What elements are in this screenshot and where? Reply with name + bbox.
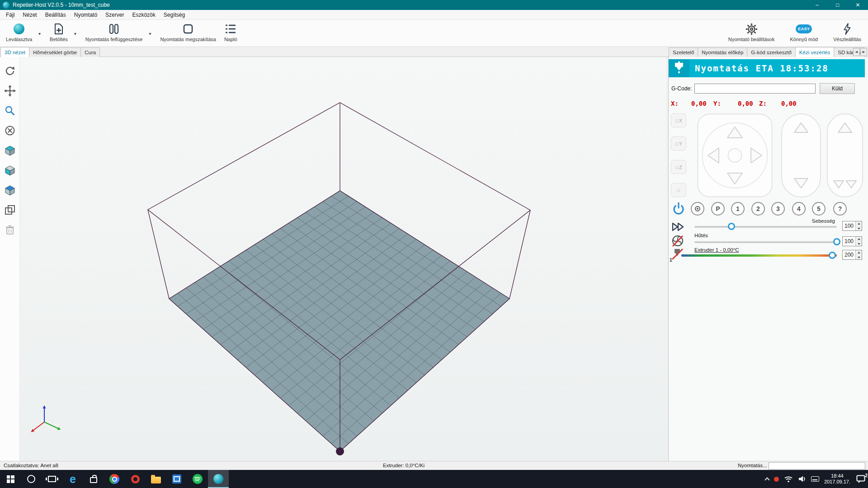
- home-y-button[interactable]: ⌂Y: [671, 136, 686, 150]
- park-button[interactable]: P: [711, 202, 725, 216]
- tab-scroll-left-button[interactable]: ◀: [853, 48, 860, 56]
- z-down-button[interactable]: [793, 177, 809, 189]
- printer-settings-button[interactable]: Nyomtató beállítások: [724, 20, 779, 47]
- fan-slider-thumb[interactable]: [833, 238, 840, 245]
- preset-5-button[interactable]: 5: [812, 202, 826, 216]
- home-icon: ⌂: [675, 117, 679, 124]
- z-jog-control: [781, 113, 821, 197]
- extruder-temp-slider[interactable]: [681, 254, 837, 257]
- isometric-view-button[interactable]: [1, 142, 19, 159]
- search-icon: [27, 475, 35, 483]
- close-button[interactable]: ✕: [848, 0, 868, 10]
- menu-file[interactable]: Fájl: [2, 10, 19, 20]
- speed-slider-thumb[interactable]: [728, 223, 735, 230]
- taskbar-app-chrome[interactable]: [104, 470, 125, 488]
- tab-temperature-curve[interactable]: Hőmérséklet görbe: [29, 47, 81, 57]
- tab-gcode-editor[interactable]: G-kód szerkesztő: [747, 47, 795, 57]
- minimize-button[interactable]: –: [807, 0, 827, 10]
- home-z-button[interactable]: ⌂Z: [671, 160, 686, 174]
- fan-value-field[interactable]: 100: [842, 236, 862, 246]
- menu-printer[interactable]: Nyomtató: [70, 10, 101, 20]
- tab-3d-view[interactable]: 3D nézet: [0, 47, 29, 57]
- disconnect-dropdown[interactable]: ▾: [36, 20, 43, 47]
- toolbar-right-group: Nyomtató beállítások EASY Könnyű mód Vés…: [724, 20, 865, 47]
- tab-cura[interactable]: Cura: [80, 47, 100, 57]
- taskbar-clock[interactable]: 18:44 2017.09.17.: [824, 473, 850, 485]
- menu-tools[interactable]: Eszközök: [128, 10, 159, 20]
- gcode-input[interactable]: [694, 84, 816, 94]
- tab-print-preview[interactable]: Nyomtatás előkép: [698, 47, 747, 57]
- xy-jog-pad[interactable]: [697, 113, 773, 197]
- title-bar: Repetier-Host V2.0.5 - 10mm_test_cube – …: [0, 0, 868, 10]
- maximize-button[interactable]: □: [827, 0, 848, 10]
- extruder-slider-thumb[interactable]: [829, 252, 836, 259]
- preset-2-button[interactable]: 2: [751, 202, 765, 216]
- zoom-view-button[interactable]: [1, 102, 19, 119]
- tab-manual-control[interactable]: Kézi vezérlés: [795, 47, 834, 57]
- task-view-button[interactable]: [42, 470, 62, 488]
- tray-red-status-icon[interactable]: [774, 477, 779, 482]
- power-button[interactable]: [671, 202, 686, 216]
- action-center-button[interactable]: 2: [855, 474, 866, 484]
- load-button[interactable]: Betöltés: [46, 20, 72, 47]
- taskbar-app-repetier[interactable]: [208, 470, 229, 488]
- pause-dropdown[interactable]: ▾: [146, 20, 153, 47]
- extruder-temp-label[interactable]: Extruder 1 - 0,00°C: [694, 247, 739, 253]
- 3d-viewport[interactable]: [20, 57, 666, 461]
- delete-object-button[interactable]: [1, 221, 19, 239]
- pause-print-button[interactable]: Nyomtatás felfüggesztése: [81, 20, 147, 47]
- help-button[interactable]: ?: [833, 202, 847, 216]
- taskbar-app-edge[interactable]: [62, 470, 83, 488]
- extrude-button[interactable]: [833, 180, 844, 189]
- taskbar-app-blue-tile[interactable]: [166, 470, 187, 488]
- taskbar-app-spotify[interactable]: [187, 470, 208, 488]
- menu-settings[interactable]: Beállítás: [41, 10, 70, 20]
- preset-4-button[interactable]: 4: [792, 202, 806, 216]
- touch-keyboard-icon[interactable]: [811, 476, 819, 482]
- taskbar-app-store[interactable]: [83, 470, 104, 488]
- menu-help[interactable]: Segítség: [160, 10, 189, 20]
- easy-mode-button[interactable]: EASY Könnyű mód: [786, 20, 822, 47]
- extruder-heater-off-icon[interactable]: [670, 247, 684, 261]
- fan-slider[interactable]: [694, 241, 837, 243]
- manual-control-panel: Nyomtatás ETA 18:53:28 G-Code: Küld X: 0…: [668, 57, 868, 461]
- log-button[interactable]: Napló: [220, 20, 241, 47]
- extrude-fast-button[interactable]: [845, 180, 857, 189]
- speed-spinner[interactable]: [855, 221, 862, 230]
- speed-value-field[interactable]: 100: [842, 221, 862, 231]
- disconnect-button[interactable]: Leválasztva: [2, 20, 36, 47]
- fan-spinner[interactable]: [855, 237, 862, 246]
- rotate-view-button[interactable]: [1, 62, 19, 80]
- all-views-button[interactable]: [1, 202, 19, 219]
- wifi-icon[interactable]: [784, 475, 793, 483]
- emergency-stop-button[interactable]: Vészleállítás: [829, 20, 865, 47]
- reset-view-button[interactable]: [1, 122, 19, 139]
- preset-3-button[interactable]: 3: [771, 202, 785, 216]
- speed-slider[interactable]: [694, 226, 837, 228]
- motor-off-button[interactable]: [691, 202, 704, 216]
- retract-button[interactable]: [837, 122, 853, 134]
- search-button[interactable]: [21, 470, 42, 488]
- taskbar-app-red-browser[interactable]: [125, 470, 146, 488]
- send-button[interactable]: Küld: [820, 83, 855, 94]
- tab-scroll-right-button[interactable]: ▶: [860, 48, 867, 56]
- extruder-value-field[interactable]: 200: [842, 250, 862, 260]
- home-x-button[interactable]: ⌂X: [671, 113, 686, 127]
- volume-icon[interactable]: [798, 475, 806, 483]
- taskbar-app-explorer[interactable]: [146, 470, 166, 488]
- front-view-button[interactable]: [1, 162, 19, 179]
- tray-expand-icon[interactable]: [764, 477, 769, 482]
- z-up-button[interactable]: [793, 122, 809, 134]
- load-dropdown[interactable]: ▾: [72, 20, 79, 47]
- menu-server[interactable]: Szerver: [101, 10, 128, 20]
- tab-slicer[interactable]: Szeletelő: [669, 47, 698, 57]
- top-view-button[interactable]: [1, 182, 19, 199]
- fan-off-icon[interactable]: [671, 234, 684, 248]
- home-all-button[interactable]: ⌂: [671, 183, 686, 197]
- stop-print-button[interactable]: Nyomtatás megszakítása: [156, 20, 220, 47]
- menu-view[interactable]: Nézet: [19, 10, 41, 20]
- extruder-spinner[interactable]: [855, 250, 862, 259]
- move-view-button[interactable]: [1, 82, 19, 99]
- start-button[interactable]: [0, 470, 21, 488]
- preset-1-button[interactable]: 1: [731, 202, 745, 216]
